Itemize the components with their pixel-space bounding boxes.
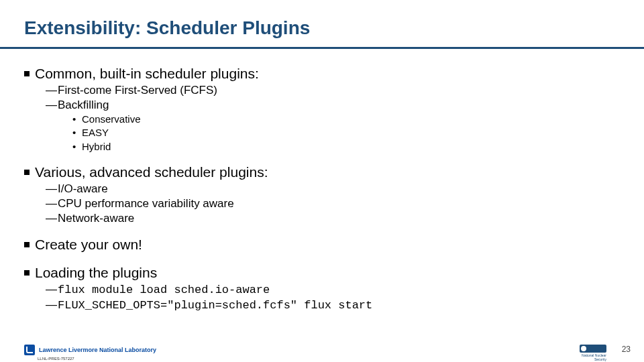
nnsa-logo-text: National Nuclear Security Administration: [580, 353, 606, 362]
code-text: flux module load sched.io-aware: [58, 284, 270, 296]
sub-text: I/O-aware: [58, 182, 108, 195]
llnl-logo-icon: [24, 345, 35, 355]
nnsa-logo: National Nuclear Security Administration: [580, 345, 606, 357]
sub-fcfs: —First-come First-Served (FCFS): [46, 83, 620, 98]
sub-text: Network-aware: [58, 212, 134, 225]
sub-cmd-opts: —FLUX_SCHED_OPTS="plugin=sched.fcfs" flu…: [46, 298, 620, 313]
subsub-easy: •EASY: [72, 126, 620, 139]
bullet-text: Loading the plugins: [35, 265, 157, 280]
bullet-loading: Loading the plugins: [24, 265, 620, 281]
bullet-create-own: Create your own!: [24, 237, 620, 253]
square-bullet-icon: [24, 71, 30, 76]
sub-text: Backfilling: [58, 99, 109, 111]
subsub-text: Conservative: [82, 113, 141, 125]
slide-body: Common, built-in scheduler plugins: —Fir…: [24, 62, 620, 313]
bullet-common: Common, built-in scheduler plugins:: [24, 66, 620, 82]
sub-text: CPU performance variability aware: [58, 197, 234, 210]
title-rule: [0, 47, 644, 49]
square-bullet-icon: [24, 242, 30, 247]
nnsa-logo-icon: [580, 345, 606, 353]
subsub-hybrid: •Hybrid: [72, 140, 620, 154]
sub-io-aware: —I/O-aware: [46, 182, 620, 196]
llnl-pres-id: LLNL-PRES-757227: [38, 357, 74, 361]
llnl-logo-text: Lawrence Livermore National Laboratory: [39, 347, 156, 353]
sub-backfilling: —Backfilling: [46, 98, 620, 113]
bullet-text: Various, advanced scheduler plugins:: [35, 164, 268, 180]
footer: Lawrence Livermore National Laboratory L…: [0, 343, 644, 362]
subsub-text: Hybrid: [82, 141, 111, 152]
subsub-conservative: •Conservative: [72, 113, 620, 126]
page-number: 23: [622, 345, 631, 354]
sub-network-aware: —Network-aware: [46, 211, 620, 226]
square-bullet-icon: [24, 270, 30, 276]
subsub-text: EASY: [82, 127, 109, 138]
square-bullet-icon: [24, 170, 30, 175]
sub-cmd-load: —flux module load sched.io-aware: [46, 282, 620, 298]
llnl-logo: Lawrence Livermore National Laboratory: [24, 345, 156, 355]
bullet-text: Common, built-in scheduler plugins:: [35, 66, 259, 81]
code-text: FLUX_SCHED_OPTS="plugin=sched.fcfs" flux…: [58, 299, 372, 312]
slide: Extensibility: Scheduler Plugins Common,…: [0, 0, 644, 362]
sub-cpu-var: —CPU performance variability aware: [46, 196, 620, 211]
bullet-text: Create your own!: [35, 237, 142, 252]
sub-text: First-come First-Served (FCFS): [58, 84, 217, 97]
bullet-advanced: Various, advanced scheduler plugins:: [24, 164, 620, 180]
slide-title: Extensibility: Scheduler Plugins: [24, 17, 310, 39]
